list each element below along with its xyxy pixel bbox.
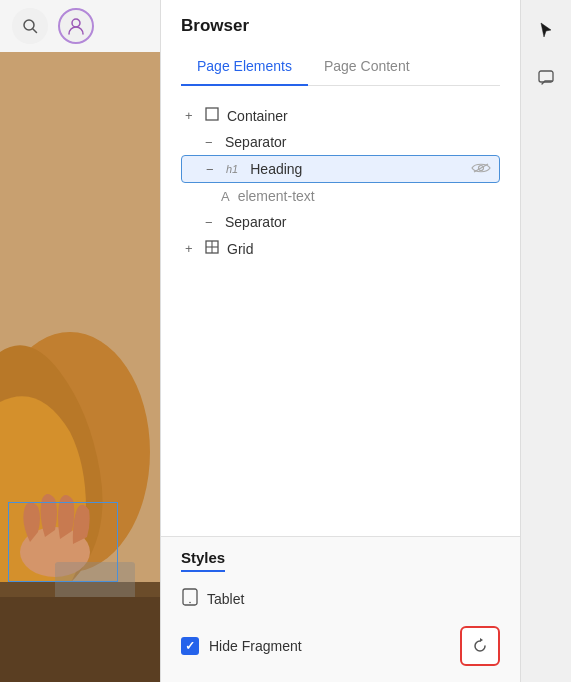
canvas-background: [0, 52, 160, 682]
tablet-label: Tablet: [207, 591, 500, 607]
grid-icon: [205, 240, 219, 257]
tree-item-grid[interactable]: + Grid: [181, 235, 500, 262]
tab-page-content[interactable]: Page Content: [308, 50, 426, 86]
canvas-image-area: [0, 52, 160, 682]
hide-fragment-label: Hide Fragment: [209, 638, 450, 654]
selection-box: [8, 502, 118, 582]
hide-fragment-row: Hide Fragment: [181, 626, 500, 666]
canvas-illustration: [0, 52, 160, 682]
right-sidebar: [520, 0, 571, 682]
svg-line-1: [33, 29, 37, 33]
browser-title: Browser: [181, 16, 500, 36]
container-label: Container: [227, 108, 496, 124]
avatar-button[interactable]: [58, 8, 94, 44]
tree-item-heading[interactable]: − h1 Heading: [181, 155, 500, 183]
tree-item-element-text[interactable]: A element-text: [181, 183, 500, 209]
eye-icon[interactable]: [471, 162, 491, 177]
styles-tablet-item[interactable]: Tablet: [181, 584, 500, 614]
svg-point-2: [72, 19, 80, 27]
reset-button[interactable]: [460, 626, 500, 666]
tab-page-elements[interactable]: Page Elements: [181, 50, 308, 86]
search-button[interactable]: [12, 8, 48, 44]
elements-tree: + Container − Separator − h1 Heading: [161, 86, 520, 536]
svg-point-16: [189, 602, 191, 604]
top-toolbar: [0, 0, 160, 52]
browser-panel: Browser Page Elements Page Content + Con…: [160, 0, 520, 682]
toggle-separator1: −: [205, 135, 217, 150]
element-text-label: element-text: [238, 188, 496, 204]
container-icon: [205, 107, 219, 124]
cursor-icon: [537, 21, 555, 39]
browser-header: Browser Page Elements Page Content: [161, 0, 520, 86]
toggle-container[interactable]: +: [185, 108, 197, 123]
tree-item-separator1[interactable]: − Separator: [181, 129, 500, 155]
styles-section: Styles Tablet Hide Fragment: [161, 536, 520, 682]
svg-rect-9: [206, 108, 218, 120]
separator1-label: Separator: [225, 134, 496, 150]
comment-tool[interactable]: [528, 60, 564, 96]
grid-label: Grid: [227, 241, 496, 257]
styles-title: Styles: [181, 549, 225, 572]
svg-rect-17: [539, 71, 553, 82]
toggle-heading[interactable]: −: [206, 162, 218, 177]
cursor-tool[interactable]: [528, 12, 564, 48]
toggle-separator2: −: [205, 215, 217, 230]
comment-icon: [537, 69, 555, 87]
hide-fragment-checkbox[interactable]: [181, 637, 199, 655]
separator2-label: Separator: [225, 214, 496, 230]
tablet-icon: [181, 588, 199, 610]
tree-item-container[interactable]: + Container: [181, 102, 500, 129]
search-icon: [22, 18, 38, 34]
reset-icon: [471, 637, 489, 655]
toggle-grid[interactable]: +: [185, 241, 197, 256]
tabs-container: Page Elements Page Content: [181, 50, 500, 86]
user-icon: [66, 16, 86, 36]
text-icon: A: [221, 189, 230, 204]
svg-rect-8: [0, 597, 160, 682]
h1-badge: h1: [226, 163, 238, 175]
left-panel: [0, 0, 160, 682]
tree-item-separator2[interactable]: − Separator: [181, 209, 500, 235]
heading-label: Heading: [250, 161, 463, 177]
